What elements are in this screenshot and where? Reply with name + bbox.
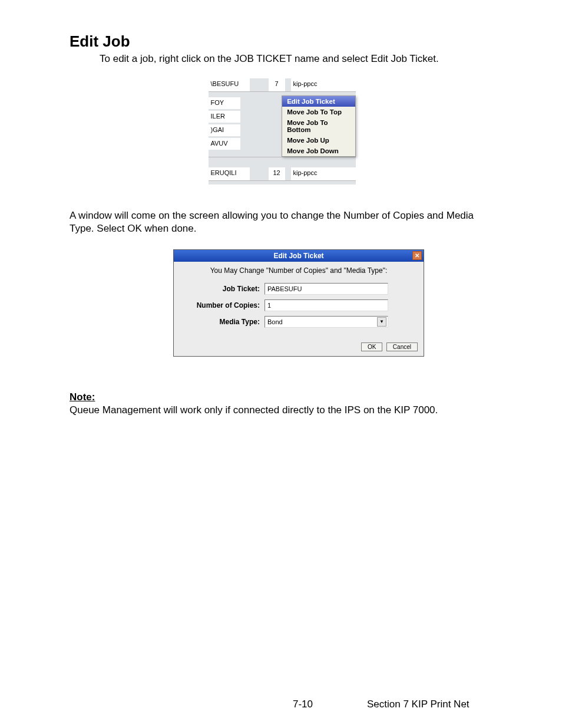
- note-text: Queue Management will work only if conne…: [70, 404, 438, 416]
- row-name: ERUQILI: [209, 167, 250, 180]
- ok-button[interactable]: OK: [361, 342, 382, 351]
- page-number: 7-10: [293, 699, 313, 710]
- cancel-button[interactable]: Cancel: [386, 342, 418, 351]
- paragraph-2: A window will come on the screen allowin…: [70, 209, 494, 235]
- row-name: )GAI: [209, 123, 241, 136]
- menu-item-bottom[interactable]: Move Job To Bottom: [282, 117, 355, 135]
- context-menu: Edit Job Ticket Move Job To Top Move Job…: [282, 95, 355, 157]
- row-num: 7: [269, 78, 285, 91]
- row-name: FOY: [209, 95, 241, 109]
- menu-item-top[interactable]: Move Job To Top: [282, 107, 355, 117]
- row-name: ILER: [209, 109, 241, 123]
- note-label: Note:: [70, 391, 95, 403]
- media-value: Bond: [267, 318, 283, 325]
- row-num: 12: [269, 167, 285, 180]
- menu-item-up[interactable]: Move Job Up: [282, 135, 355, 146]
- media-label: Media Type:: [182, 318, 265, 326]
- dialog-title: Edit Job Ticket ✕: [174, 250, 424, 262]
- dialog-instruction: You May Change "Number of Copies" and "M…: [182, 266, 415, 275]
- menu-item-down[interactable]: Move Job Down: [282, 146, 355, 156]
- section-label: Section 7 KIP Print Net: [367, 699, 470, 710]
- job-ticket-label: Job Ticket:: [182, 285, 265, 293]
- row-text: kip-ppcc: [291, 78, 356, 91]
- copies-field[interactable]: 1: [265, 299, 388, 311]
- row-name: \BESUFU: [209, 78, 250, 91]
- menu-item-edit[interactable]: Edit Job Ticket: [282, 96, 355, 107]
- media-dropdown[interactable]: Bond ▼: [265, 316, 388, 328]
- row-name: AVUV: [209, 136, 241, 150]
- dialog-title-text: Edit Job Ticket: [273, 252, 323, 260]
- job-ticket-value: PABESUFU: [267, 285, 302, 292]
- intro-text: To edit a job, right click on the JOB TI…: [100, 52, 494, 65]
- close-icon[interactable]: ✕: [412, 251, 422, 260]
- job-ticket-field[interactable]: PABESUFU: [265, 283, 388, 295]
- edit-job-dialog: Edit Job Ticket ✕ You May Change "Number…: [173, 249, 424, 357]
- page-heading: Edit Job: [70, 32, 494, 51]
- copies-label: Number of Copies:: [182, 301, 265, 309]
- chevron-down-icon[interactable]: ▼: [377, 317, 386, 327]
- row-text: kip-ppcc: [291, 167, 356, 180]
- context-menu-screenshot: \BESUFU 7 kip-ppcc FOY ILER )GAI AVUV Ed…: [209, 78, 356, 185]
- copies-value: 1: [267, 302, 271, 309]
